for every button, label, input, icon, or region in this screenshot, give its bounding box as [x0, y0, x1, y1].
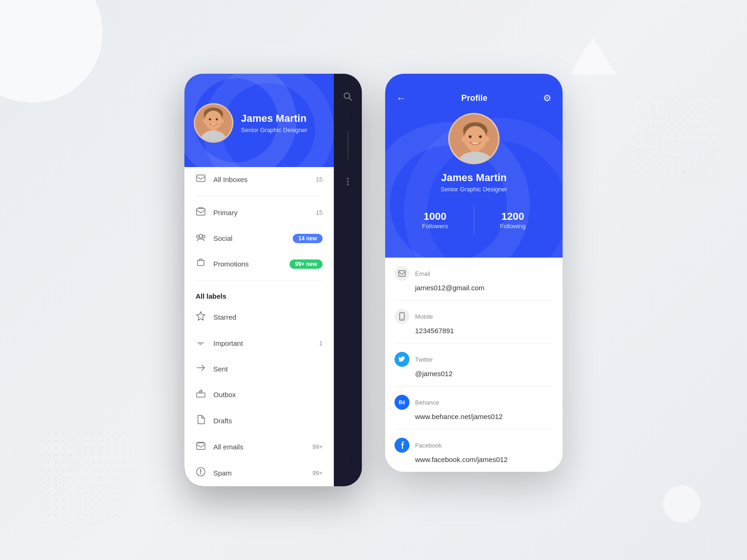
svg-line-22	[349, 98, 352, 100]
following-label: Following	[479, 223, 547, 230]
following-count: 1200	[479, 210, 547, 223]
mobile-value: 1234567891	[395, 327, 553, 335]
back-button[interactable]: ←	[396, 93, 406, 104]
promotions-badge: 99+ new	[289, 259, 323, 269]
divider-2	[196, 280, 323, 281]
avatar	[194, 103, 233, 143]
profile-header-blue: ← Profile ⚙	[385, 74, 563, 258]
twitter-icon	[395, 352, 409, 367]
svg-point-23	[347, 178, 349, 180]
outbox-icon	[196, 389, 206, 400]
menu-item-drafts[interactable]: Drafts	[184, 407, 334, 434]
bg-triangle	[570, 37, 616, 75]
svg-rect-36	[399, 271, 405, 276]
labels-section-title: All labels	[184, 285, 334, 304]
svg-point-4	[203, 119, 206, 123]
email-value: james012@gmail.com	[395, 284, 553, 292]
svg-point-33	[479, 135, 482, 138]
menu-item-primary[interactable]: Primary 15	[184, 200, 334, 225]
settings-button[interactable]: ⚙	[543, 92, 551, 104]
side-dots[interactable]	[347, 177, 349, 188]
facebook-info-row: Facebook www.facebook.com/james012	[395, 429, 553, 472]
svg-point-21	[344, 93, 350, 98]
mobile-icon	[395, 309, 409, 324]
important-count: 1	[319, 340, 323, 347]
important-label: Important	[213, 339, 312, 347]
svg-point-6	[209, 118, 211, 120]
svg-point-32	[469, 135, 472, 138]
spam-label: Spam	[213, 469, 305, 477]
menu-item-starred[interactable]: Starred	[184, 304, 334, 330]
profile2-name: James Martin	[441, 172, 507, 184]
svg-rect-11	[197, 209, 205, 215]
important-icon	[196, 338, 206, 349]
menu-item-important[interactable]: Important 1	[184, 330, 334, 356]
promotions-icon	[196, 259, 206, 269]
menu-item-spam[interactable]: Spam 99+	[184, 460, 334, 486]
drafts-label: Drafts	[213, 417, 323, 425]
behance-icon: Bē	[395, 395, 409, 410]
facebook-value: www.facebook.com/james012	[395, 455, 553, 463]
mobile-header: Mobile	[395, 309, 553, 324]
email-header: Email	[395, 266, 553, 281]
bg-circle-2	[663, 485, 700, 523]
svg-point-5	[220, 119, 224, 123]
all-emails-label: All emails	[213, 443, 305, 451]
phones-container: James Martin Senior Graphic Designer All…	[184, 74, 563, 486]
menu-item-all-inboxes[interactable]: All Inboxes 15	[184, 167, 334, 192]
promotions-label: Promotions	[213, 260, 282, 268]
all-emails-icon	[196, 441, 206, 452]
behance-type-label: Behance	[415, 399, 439, 406]
svg-rect-17	[197, 442, 204, 443]
mobile-info-row: Mobile 1234567891	[395, 301, 553, 343]
profile-header: James Martin Senior Graphic Designer	[184, 74, 334, 167]
profile-job-title: Senior Graphic Designer	[241, 126, 307, 133]
profile-name: James Martin	[241, 112, 307, 125]
menu-section: All Inboxes 15 Primary 15	[184, 167, 334, 486]
inbox-icon	[196, 175, 206, 184]
twitter-value: @james012	[395, 370, 553, 378]
behance-value: www.behance.net/james012	[395, 413, 553, 420]
profile2-job-title: Senior Graphic Designer	[441, 186, 507, 193]
facebook-type-label: Facebook	[415, 442, 442, 449]
svg-rect-15	[197, 393, 205, 397]
sent-icon	[196, 364, 206, 374]
bg-circle-1	[0, 0, 103, 103]
starred-label: Starred	[213, 313, 323, 321]
spam-count: 99+	[312, 469, 323, 476]
behance-header: Bē Behance	[395, 395, 553, 410]
svg-point-30	[461, 136, 466, 142]
search-icon[interactable]	[344, 92, 352, 103]
menu-item-sent[interactable]: Sent	[184, 356, 334, 382]
svg-point-29	[464, 126, 486, 151]
outbox-label: Outbox	[213, 391, 323, 399]
followers-stat: 1000 Followers	[396, 206, 474, 234]
twitter-info-row: Twitter @james012	[395, 343, 553, 386]
svg-point-31	[485, 136, 489, 142]
svg-point-25	[347, 183, 349, 185]
bg-dots-left	[37, 429, 131, 523]
menu-item-social[interactable]: Social 14 new	[184, 225, 334, 251]
profile2-avatar	[448, 113, 500, 164]
social-label: Social	[213, 234, 285, 242]
menu-item-all-emails[interactable]: All emails 99+	[184, 434, 334, 460]
bg-dots-right	[635, 93, 719, 187]
all-inboxes-count: 15	[316, 176, 323, 183]
followers-label: Followers	[401, 223, 469, 230]
svg-point-3	[204, 111, 222, 130]
side-label-home	[348, 131, 348, 163]
menu-item-outbox[interactable]: Outbox	[184, 382, 334, 407]
nav-title: Profile	[461, 93, 487, 103]
email-icon	[395, 266, 409, 281]
followers-count: 1000	[401, 210, 469, 223]
all-inboxes-label: All Inboxes	[213, 175, 309, 183]
nav-bar: ← Profile ⚙	[396, 92, 551, 104]
all-emails-count: 99+	[312, 443, 323, 450]
star-icon	[196, 311, 206, 323]
menu-item-promotions[interactable]: Promotions 99+ new	[184, 251, 334, 277]
phone-profile: ← Profile ⚙	[385, 74, 563, 472]
svg-point-20	[200, 473, 201, 474]
mobile-type-label: Mobile	[415, 313, 433, 320]
following-stat: 1200 Following	[474, 206, 552, 234]
behance-info-row: Bē Behance www.behance.net/james012	[395, 386, 553, 429]
